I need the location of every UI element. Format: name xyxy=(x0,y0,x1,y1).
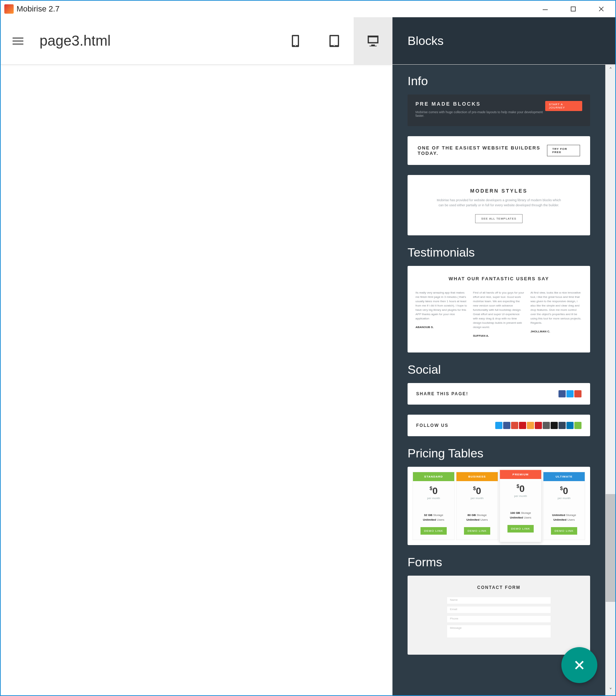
social-icon xyxy=(535,422,542,429)
section-title-forms: Forms xyxy=(408,555,590,569)
social-icon xyxy=(503,422,510,429)
scrollbar-down-icon[interactable]: ˅ xyxy=(606,685,615,695)
blocks-scrollbar[interactable]: ˄ ˅ xyxy=(605,65,615,695)
social-icon xyxy=(511,422,518,429)
close-icon xyxy=(573,659,586,672)
social-icon xyxy=(566,422,574,429)
blocks-panel: Info PRE MADE BLOCKS Mobirise comes with… xyxy=(392,65,615,695)
plan-period: per month xyxy=(557,497,570,500)
window-controls xyxy=(531,1,615,17)
share-label: SHARE THIS PAGE! xyxy=(416,391,468,396)
plan-period: per month xyxy=(427,497,440,500)
device-mobile-button[interactable] xyxy=(276,17,315,64)
block-testimonials[interactable]: WHAT OUR FANTASTIC USERS SAY Its really … xyxy=(408,266,590,352)
block-info-3[interactable]: MODERN STYLES Mobirise has provided for … xyxy=(408,175,590,235)
plan-button: DEMO LINK xyxy=(420,527,447,535)
pricing-plan: STANDARD$0per month32 GB StorageUnlimite… xyxy=(413,472,455,540)
form-field xyxy=(447,597,551,604)
social-icon xyxy=(551,422,558,429)
window-titlebar: Mobirise 2.7 xyxy=(0,0,616,17)
block-info-1[interactable]: PRE MADE BLOCKS Mobirise comes with huge… xyxy=(408,95,590,126)
pricing-plan: ULTIMATE$0per monthUnlimited StorageUnli… xyxy=(543,472,585,540)
section-title-testimonials: Testimonials xyxy=(408,245,590,259)
info1-button: START A JOURNEY xyxy=(545,101,582,111)
plan-name: ULTIMATE xyxy=(543,472,585,481)
testimonial-1: Its really very amazing app that makes m… xyxy=(415,291,467,338)
social-icon xyxy=(519,422,526,429)
info2-heading: ONE OF THE EASIEST WEBSITE BUILDERS TODA… xyxy=(418,145,547,156)
scrollbar-up-icon[interactable]: ˄ xyxy=(606,65,615,75)
plan-price: $0 xyxy=(516,483,524,494)
window-minimize-button[interactable] xyxy=(531,1,559,17)
page-canvas[interactable] xyxy=(1,65,392,695)
info1-heading: PRE MADE BLOCKS xyxy=(415,101,545,107)
device-tablet-button[interactable] xyxy=(315,17,354,64)
block-pricing[interactable]: STANDARD$0per month32 GB StorageUnlimite… xyxy=(408,467,590,545)
plan-name: PREMIUM xyxy=(500,470,541,479)
blocks-header: Blocks xyxy=(392,17,615,64)
plan-price: $0 xyxy=(560,485,568,497)
social-icon xyxy=(574,390,581,397)
social-icon xyxy=(558,390,566,397)
window-close-button[interactable] xyxy=(587,1,615,17)
window-maximize-button[interactable] xyxy=(559,1,587,17)
top-toolbar: page3.html Blocks xyxy=(1,17,615,65)
social-icon xyxy=(495,422,502,429)
form-heading: CONTACT FORM xyxy=(447,585,551,590)
follow-icons xyxy=(495,422,581,429)
scrollbar-thumb[interactable] xyxy=(606,494,615,602)
block-social-follow[interactable]: FOLLOW US xyxy=(408,415,590,436)
testimonial-2: First of all hands off to you guys for y… xyxy=(473,291,525,338)
window-title: Mobirise 2.7 xyxy=(17,4,60,14)
block-info-2[interactable]: ONE OF THE EASIEST WEBSITE BUILDERS TODA… xyxy=(408,136,590,165)
form-field xyxy=(447,625,551,637)
pricing-plan: PREMIUM$0per month100 GB StorageUnlimite… xyxy=(500,470,542,542)
social-icon xyxy=(543,422,550,429)
main-area: Info PRE MADE BLOCKS Mobirise comes with… xyxy=(1,65,615,695)
info1-subtext: Mobirise comes with huge collection of p… xyxy=(415,110,545,117)
form-field xyxy=(447,616,551,622)
device-desktop-button[interactable] xyxy=(354,17,392,64)
social-icon xyxy=(566,390,574,397)
info2-button: TRY FOR FREE xyxy=(547,145,580,156)
svg-rect-1 xyxy=(571,7,575,11)
pricing-plan: BUSINESS$0per month80 GB StorageUnlimite… xyxy=(456,472,498,540)
plan-price: $0 xyxy=(429,485,437,497)
section-title-social: Social xyxy=(408,363,590,377)
testimonials-columns: Its really very amazing app that makes m… xyxy=(415,291,582,338)
block-social-share[interactable]: SHARE THIS PAGE! xyxy=(408,383,590,405)
blocks-scroll-wrap: Info PRE MADE BLOCKS Mobirise comes with… xyxy=(392,65,615,695)
plan-price: $0 xyxy=(473,485,481,497)
page-name[interactable]: page3.html xyxy=(40,33,111,49)
section-title-pricing: Pricing Tables xyxy=(408,446,590,460)
social-icon xyxy=(527,422,534,429)
block-contact-form[interactable]: CONTACT FORM xyxy=(408,576,590,655)
section-title-info: Info xyxy=(408,74,590,88)
info3-button: SEE ALL TEMPLATES xyxy=(475,214,523,223)
testimonials-heading: WHAT OUR FANTASTIC USERS SAY xyxy=(415,276,582,281)
plan-button: DEMO LINK xyxy=(551,527,577,535)
plan-button: DEMO LINK xyxy=(464,527,490,535)
plan-name: STANDARD xyxy=(413,472,454,481)
blocks-panel-title: Blocks xyxy=(408,34,443,48)
device-preview-group xyxy=(276,17,392,64)
info3-heading: MODERN STYLES xyxy=(436,188,561,194)
blocks-scroll[interactable]: Info PRE MADE BLOCKS Mobirise comes with… xyxy=(392,65,605,695)
plan-period: per month xyxy=(470,497,483,500)
follow-label: FOLLOW US xyxy=(416,423,449,428)
hamburger-menu-button[interactable] xyxy=(11,34,25,48)
plan-name: BUSINESS xyxy=(456,472,498,481)
plan-period: per month xyxy=(514,494,527,498)
close-panel-fab[interactable] xyxy=(561,647,597,683)
testimonial-3: At first view, looks like a nice innovat… xyxy=(530,291,582,338)
app-body: page3.html Blocks Info xyxy=(0,17,616,696)
form-field xyxy=(447,607,551,613)
app-icon xyxy=(4,4,14,14)
info3-body: Mobirise has provided for website develo… xyxy=(436,198,561,208)
share-icons xyxy=(558,390,581,397)
plan-button: DEMO LINK xyxy=(507,525,534,533)
social-icon xyxy=(574,422,581,429)
social-icon xyxy=(558,422,566,429)
